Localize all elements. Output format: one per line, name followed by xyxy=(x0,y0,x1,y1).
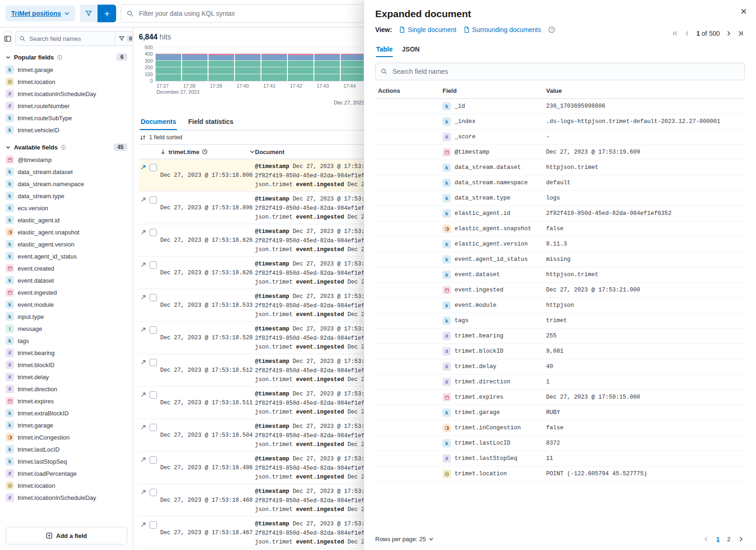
field-list-item[interactable]: #trimet.locationInScheduleDay xyxy=(4,492,129,504)
field-list-item[interactable]: #trimet.loadPercentage xyxy=(4,467,129,479)
field-list-item[interactable]: kevent.dataset xyxy=(4,274,129,286)
field-list-item[interactable]: ktrimet.garage xyxy=(4,419,129,431)
field-name-cell: kevent.agent_id_status xyxy=(443,255,546,264)
expand-document-button[interactable] xyxy=(140,391,147,398)
expand-document-button[interactable] xyxy=(140,456,147,463)
tab-json[interactable]: JSON xyxy=(402,45,420,57)
field-list-item[interactable]: kecs.version xyxy=(4,202,129,214)
previous-page-button[interactable] xyxy=(684,30,691,37)
field-list-item[interactable]: kdata_stream.namespace xyxy=(4,178,129,190)
select-document-checkbox[interactable] xyxy=(150,521,157,529)
select-document-checkbox[interactable] xyxy=(150,261,157,269)
expand-document-button[interactable] xyxy=(140,164,147,171)
popular-fields-header[interactable]: Popular fields 6 xyxy=(4,53,129,61)
select-document-checkbox[interactable] xyxy=(150,164,157,171)
time-column-header[interactable]: trimet.time xyxy=(160,149,255,155)
expand-document-button[interactable] xyxy=(140,489,147,496)
expand-document-button[interactable] xyxy=(140,229,147,236)
data-view-picker[interactable]: TriMet positions xyxy=(6,6,75,21)
field-list-item[interactable]: event.created xyxy=(4,262,129,274)
expand-document-button[interactable] xyxy=(140,261,147,268)
expand-document-button[interactable] xyxy=(140,521,147,528)
field-list-item[interactable]: #trimet.bearing xyxy=(4,347,129,359)
keyword-field-icon: k xyxy=(6,409,14,417)
flyout-field-search-input[interactable] xyxy=(391,67,739,76)
field-list-item[interactable]: ktrimet.vehicleID xyxy=(4,124,129,136)
field-list-item[interactable]: elastic_agent.snapshot xyxy=(4,226,129,238)
field-list-item[interactable]: #trimet.blockID xyxy=(4,359,129,371)
expand-document-button[interactable] xyxy=(140,326,147,333)
field-list-item[interactable]: kdata_stream.dataset xyxy=(4,166,129,178)
select-document-checkbox[interactable] xyxy=(150,294,157,301)
previous-table-page-button[interactable] xyxy=(703,536,709,542)
field-panel-toggle-button[interactable] xyxy=(4,31,12,46)
column-menu-chevron-icon[interactable] xyxy=(249,149,255,155)
field-list-item[interactable]: #trimet.delay xyxy=(4,371,129,383)
close-flyout-button[interactable] xyxy=(739,6,749,16)
field-list-item[interactable]: ktags xyxy=(4,335,129,347)
number-field-icon: # xyxy=(443,332,451,340)
expand-document-button[interactable] xyxy=(140,196,147,203)
field-name-cell: ktrimet.garage xyxy=(443,408,546,417)
field-name: trimet.direction xyxy=(455,379,510,385)
field-list-item[interactable]: kevent.agent_id_status xyxy=(4,250,129,262)
field-list-item[interactable]: kelastic_agent.id xyxy=(4,214,129,226)
rows-per-page-button[interactable]: Rows per page: 25 xyxy=(375,536,434,543)
document-time-cell: Dec 27, 2023 @ 17:53:18.806 xyxy=(160,162,255,188)
tab-field-statistics[interactable]: Field statistics xyxy=(187,114,234,130)
sorted-fields-button[interactable]: 1 field sorted xyxy=(140,134,182,141)
field-search-input[interactable] xyxy=(28,35,112,43)
field-list-item[interactable]: trimet.location xyxy=(4,479,129,492)
field-list-item[interactable]: ktrimet.lastLocID xyxy=(4,443,129,455)
field-value-row: trimet.expiresDec 27, 2023 @ 17:59:15.00… xyxy=(375,390,745,405)
field-list-item[interactable]: trimet.expires xyxy=(4,395,129,407)
first-page-button[interactable] xyxy=(672,30,678,37)
table-page-2-button[interactable]: 2 xyxy=(727,536,730,543)
select-document-checkbox[interactable] xyxy=(150,391,157,399)
select-document-checkbox[interactable] xyxy=(150,424,157,431)
select-document-checkbox[interactable] xyxy=(150,326,157,334)
field-list-item[interactable]: #trimet.locationInScheduleDay xyxy=(4,88,129,100)
field-list-item[interactable]: kdata_stream.type xyxy=(4,190,129,202)
field-list-item[interactable]: trimet.inCongestion xyxy=(4,431,129,443)
next-page-button[interactable] xyxy=(725,30,732,37)
expand-document-button[interactable] xyxy=(140,294,147,301)
surrounding-documents-link[interactable]: Surrounding documents xyxy=(464,26,541,33)
expand-document-button[interactable] xyxy=(140,359,147,366)
field-list-item[interactable]: ktrimet.lastStopSeq xyxy=(4,455,129,467)
table-page-1-button[interactable]: 1 xyxy=(717,536,720,543)
add-filter-button[interactable]: + xyxy=(98,5,116,22)
filters-button[interactable] xyxy=(80,5,98,22)
help-icon[interactable]: ? xyxy=(548,26,555,33)
field-list-item[interactable]: tmessage xyxy=(4,323,129,335)
field-list-item[interactable]: event.ingested xyxy=(4,286,129,298)
tab-table[interactable]: Table xyxy=(376,45,393,57)
field-list-item[interactable]: kelastic_agent.version xyxy=(4,238,129,250)
last-page-button[interactable] xyxy=(737,30,744,37)
select-document-checkbox[interactable] xyxy=(150,359,157,366)
flyout-field-search[interactable] xyxy=(375,63,745,80)
field-list-item[interactable]: #trimet.routeNumber xyxy=(4,100,129,112)
select-document-checkbox[interactable] xyxy=(150,489,157,496)
field-list-item[interactable]: ktrimet.extraBlockID xyxy=(4,407,129,419)
field-list-item[interactable]: kevent.module xyxy=(4,298,129,311)
single-document-link[interactable]: Single document xyxy=(399,26,456,33)
expand-document-button[interactable] xyxy=(140,424,147,431)
field-list-item[interactable]: trimet.location xyxy=(4,76,129,88)
keyword-field-icon: k xyxy=(443,209,451,218)
field-list-item[interactable]: #trimet.direction xyxy=(4,383,129,395)
select-document-checkbox[interactable] xyxy=(150,229,157,236)
next-table-page-button[interactable] xyxy=(738,536,744,542)
field-filter-by-type-button[interactable]: 0 xyxy=(115,32,133,45)
field-search[interactable]: 0 xyxy=(15,31,133,46)
field-list-item[interactable]: @timestamp xyxy=(4,154,129,166)
field-list-item[interactable]: ktrimet.garage xyxy=(4,64,129,76)
tab-documents[interactable]: Documents xyxy=(140,114,177,130)
field-list-item[interactable]: ktrimet.routeSubType xyxy=(4,112,129,124)
add-field-button[interactable]: Add a field xyxy=(6,527,127,544)
select-document-checkbox[interactable] xyxy=(150,196,157,204)
select-document-checkbox[interactable] xyxy=(150,456,157,464)
field-list-item[interactable]: kinput.type xyxy=(4,311,129,323)
available-fields-header[interactable]: Available fields 45 xyxy=(4,143,129,151)
field-name-cell: @timestamp xyxy=(443,148,546,156)
